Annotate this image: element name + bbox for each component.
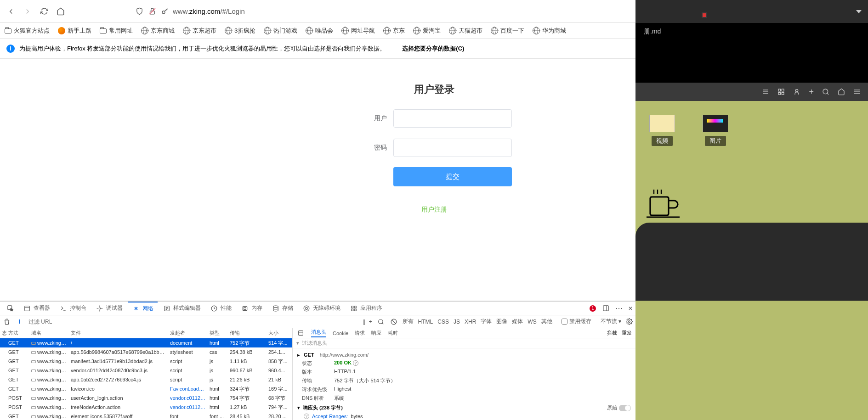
list-icon[interactable] bbox=[762, 88, 769, 95]
detail-tab[interactable]: 响应 bbox=[371, 330, 381, 336]
bookmark-item[interactable]: 热门游戏 bbox=[264, 27, 297, 35]
bookmark-item[interactable]: 爱淘宝 bbox=[413, 27, 441, 35]
forward-button[interactable] bbox=[21, 5, 34, 18]
shield-icon[interactable] bbox=[135, 7, 143, 16]
type-filter[interactable]: 图像 bbox=[496, 318, 507, 325]
column-header[interactable]: 文件 bbox=[69, 330, 168, 336]
filter-funnel-icon[interactable]: ▾ bbox=[296, 340, 299, 346]
column-header[interactable]: 类型 bbox=[208, 330, 228, 336]
table-row[interactable]: GETwww.zking.c...app.56db9984607a0517e68… bbox=[0, 347, 292, 357]
devtools-tab[interactable]: 无障碍环境 bbox=[298, 302, 345, 315]
bookmark-item[interactable]: 华为商城 bbox=[533, 27, 566, 35]
folder-thumb[interactable]: 图片 bbox=[703, 115, 728, 146]
hamburger-icon[interactable] bbox=[853, 88, 861, 95]
resend-button[interactable]: 重发 bbox=[622, 330, 632, 336]
bookmark-item[interactable]: 京东 bbox=[383, 27, 405, 35]
column-header[interactable]: 方法 bbox=[6, 330, 29, 336]
disclosure-triangle-icon[interactable]: ▾ bbox=[297, 405, 300, 411]
devtools-more-icon[interactable]: ⋯ bbox=[615, 304, 623, 313]
table-row[interactable]: POSTwww.zking.c...treeNodeAction.actionv… bbox=[0, 403, 292, 412]
type-filter[interactable]: CSS bbox=[437, 319, 449, 325]
bookmark-item[interactable]: 常用网址 bbox=[100, 27, 133, 35]
bookmark-item[interactable]: 火狐官方站点 bbox=[5, 27, 50, 35]
person-icon[interactable] bbox=[793, 88, 800, 95]
devtools-close-icon[interactable]: ✕ bbox=[628, 305, 633, 312]
block-button[interactable]: 拦截 bbox=[607, 330, 617, 336]
key-icon[interactable] bbox=[161, 7, 169, 16]
info-link[interactable]: 选择您要分享的数据(C) bbox=[402, 45, 464, 53]
devtools-tab[interactable]: 查看器 bbox=[19, 302, 54, 315]
bookmark-item[interactable]: 京东商城 bbox=[141, 27, 175, 35]
type-filter[interactable]: WS bbox=[528, 319, 536, 325]
home-icon[interactable] bbox=[838, 88, 845, 95]
type-filter[interactable]: 媒体 bbox=[512, 318, 523, 325]
devtools-tab[interactable]: 内存 bbox=[237, 302, 267, 315]
block-icon[interactable] bbox=[390, 318, 398, 326]
bookmark-item[interactable]: 唯品会 bbox=[306, 27, 333, 35]
type-filter[interactable]: 字体 bbox=[481, 318, 492, 325]
disclosure-triangle-icon[interactable]: ▸ bbox=[297, 352, 300, 358]
bookmark-item[interactable]: 新手上路 bbox=[58, 27, 91, 35]
devtools-tab[interactable]: 样式编辑器 bbox=[159, 302, 205, 315]
bookmark-item[interactable]: 京东超市 bbox=[183, 27, 216, 35]
table-row[interactable]: GETwww.zking.c...vendor.c0112dd42c087d0c… bbox=[0, 366, 292, 375]
detail-tab[interactable]: 耗时 bbox=[388, 330, 398, 336]
gear-icon[interactable] bbox=[626, 318, 633, 325]
column-header[interactable]: 发起者 bbox=[168, 330, 208, 336]
column-header[interactable]: 域名 bbox=[29, 330, 69, 336]
column-header[interactable]: 态 bbox=[0, 330, 6, 336]
type-filter[interactable]: 所有 bbox=[403, 318, 414, 325]
inspector-pick-icon[interactable] bbox=[3, 302, 18, 315]
type-filter[interactable]: XHR bbox=[465, 319, 476, 325]
devtools-tab[interactable]: 存储 bbox=[267, 302, 297, 315]
plus-icon[interactable]: + bbox=[809, 87, 814, 97]
dropdown-arrow-icon[interactable] bbox=[856, 10, 862, 13]
devtools-tab[interactable]: 网络 bbox=[128, 302, 158, 315]
table-row[interactable]: GETwww.zking.c...favicon.icoFaviconLoade… bbox=[0, 384, 292, 393]
disable-cache-checkbox[interactable]: 禁用缓存 bbox=[562, 318, 591, 325]
trash-icon[interactable] bbox=[3, 318, 11, 326]
error-count-badge[interactable]: 1 bbox=[590, 305, 596, 312]
column-header[interactable]: 大小 bbox=[267, 330, 291, 336]
table-row[interactable]: GETwww.zking.c...element-icons.535877f.w… bbox=[0, 412, 292, 420]
back-button[interactable] bbox=[5, 5, 17, 18]
bookmark-item[interactable]: 天猫超市 bbox=[449, 27, 482, 35]
type-filter[interactable]: HTML bbox=[418, 319, 433, 325]
devtools-tab[interactable]: 控制台 bbox=[55, 302, 91, 315]
raw-toggle[interactable] bbox=[619, 405, 631, 411]
column-header[interactable]: 传输 bbox=[228, 330, 267, 336]
url-filter-input[interactable] bbox=[28, 319, 84, 325]
detail-tab[interactable]: 请求 bbox=[355, 330, 365, 336]
table-row[interactable]: POSTwww.zking.c...userAction_login.actio… bbox=[0, 393, 292, 403]
url-bar[interactable]: www.zking.com/#/Login bbox=[71, 7, 714, 16]
filter-cursor-icon[interactable]: I bbox=[16, 318, 24, 326]
folder-thumb[interactable]: 视频 bbox=[649, 115, 675, 146]
detail-tab[interactable]: 消息头 bbox=[311, 329, 326, 337]
bookmark-item[interactable]: 3折疯抢 bbox=[225, 27, 255, 35]
throttle-select[interactable]: 不节流 ▾ bbox=[601, 318, 621, 325]
submit-button[interactable]: 提交 bbox=[393, 167, 512, 186]
user-input[interactable] bbox=[393, 109, 512, 128]
header-filter-placeholder[interactable]: 过滤消息头 bbox=[302, 340, 327, 347]
search-icon[interactable] bbox=[822, 88, 829, 95]
bookmark-item[interactable]: 百度一下 bbox=[491, 27, 524, 35]
home-button[interactable] bbox=[54, 5, 67, 18]
table-row[interactable]: GETwww.zking.c.../documenthtml752 字节514 … bbox=[0, 338, 292, 347]
devtools-dock-icon[interactable] bbox=[601, 304, 610, 313]
type-filter[interactable]: JS bbox=[454, 319, 460, 325]
devtools-tab[interactable]: 调试器 bbox=[91, 302, 127, 315]
add-icon[interactable]: + bbox=[369, 319, 372, 325]
password-input[interactable] bbox=[393, 139, 512, 157]
reload-button[interactable] bbox=[38, 5, 51, 18]
detail-tab[interactable]: Cookie bbox=[333, 330, 348, 336]
type-filter[interactable]: 其他 bbox=[541, 318, 552, 325]
pause-icon[interactable]: || bbox=[363, 319, 364, 325]
search-icon[interactable] bbox=[377, 318, 385, 326]
table-row[interactable]: GETwww.zking.c...app.0ab2ced2727276b93cc… bbox=[0, 375, 292, 384]
bookmark-item[interactable]: 网址导航 bbox=[341, 27, 375, 35]
table-row[interactable]: GETwww.zking.c...manifest.3ad1d5771e9b13… bbox=[0, 357, 292, 366]
lock-insecure-icon[interactable] bbox=[148, 7, 156, 16]
devtools-tab[interactable]: 应用程序 bbox=[346, 302, 386, 315]
grid-icon[interactable] bbox=[777, 88, 785, 95]
detail-toggle-icon[interactable] bbox=[296, 329, 305, 337]
